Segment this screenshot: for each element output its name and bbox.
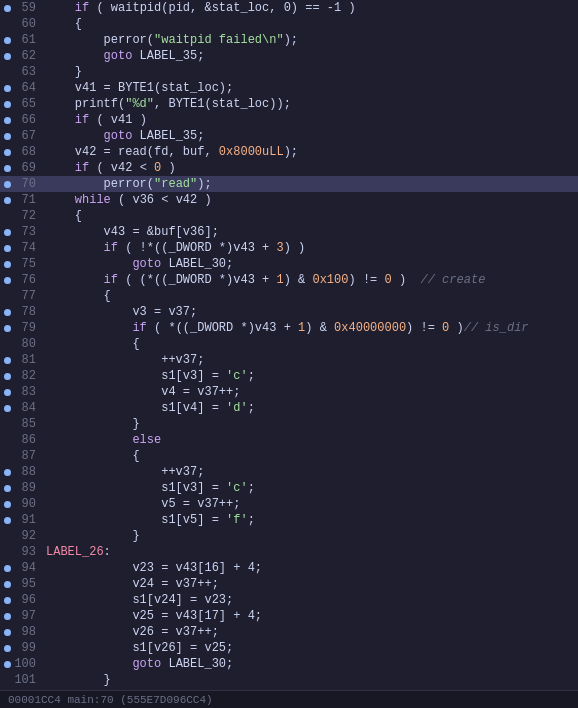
line-content: if ( !*((_DWORD *)v43 + 3) ) bbox=[42, 241, 578, 255]
line-number: 66 bbox=[14, 113, 42, 127]
code-line: 85 } bbox=[0, 416, 578, 432]
token-kw: goto bbox=[104, 49, 133, 63]
line-content: { bbox=[42, 449, 578, 463]
breakpoint-dot[interactable] bbox=[4, 629, 11, 636]
token-plain bbox=[46, 49, 104, 63]
breakpoint-dot[interactable] bbox=[4, 597, 11, 604]
breakpoint-dot[interactable] bbox=[4, 53, 11, 60]
token-kw: if bbox=[132, 321, 146, 335]
token-num: 0 bbox=[377, 689, 384, 690]
line-content: s1[v26] = v25; bbox=[42, 641, 578, 655]
breakpoint-dot[interactable] bbox=[4, 405, 11, 412]
token-plain: v41 = BYTE1(stat_loc); bbox=[46, 81, 233, 95]
token-plain bbox=[46, 433, 132, 447]
token-plain: v43 = &buf[v36]; bbox=[46, 225, 219, 239]
code-line: 89 s1[v3] = 'c'; bbox=[0, 480, 578, 496]
line-indicator bbox=[0, 517, 14, 524]
breakpoint-dot[interactable] bbox=[4, 325, 11, 332]
line-indicator bbox=[0, 597, 14, 604]
token-num: 0x40000000 bbox=[334, 321, 406, 335]
line-number: 65 bbox=[14, 97, 42, 111]
token-plain: ) bbox=[392, 273, 421, 287]
line-content: s1[v24] = v23; bbox=[42, 593, 578, 607]
token-plain: v5 = v37++; bbox=[46, 497, 240, 511]
line-number: 63 bbox=[14, 65, 42, 79]
breakpoint-dot[interactable] bbox=[4, 645, 11, 652]
breakpoint-dot[interactable] bbox=[4, 277, 11, 284]
breakpoint-dot[interactable] bbox=[4, 613, 11, 620]
breakpoint-dot[interactable] bbox=[4, 261, 11, 268]
breakpoint-dot[interactable] bbox=[4, 389, 11, 396]
token-str: "%d" bbox=[125, 97, 154, 111]
line-number: 76 bbox=[14, 273, 42, 287]
token-plain bbox=[46, 129, 104, 143]
code-line: 94 v23 = v43[16] + 4; bbox=[0, 560, 578, 576]
breakpoint-dot[interactable] bbox=[4, 133, 11, 140]
line-indicator bbox=[0, 405, 14, 412]
line-indicator bbox=[0, 309, 14, 316]
line-number: 84 bbox=[14, 401, 42, 415]
breakpoint-dot[interactable] bbox=[4, 357, 11, 364]
line-indicator bbox=[0, 133, 14, 140]
breakpoint-dot[interactable] bbox=[4, 501, 11, 508]
line-number: 77 bbox=[14, 289, 42, 303]
breakpoint-dot[interactable] bbox=[4, 181, 11, 188]
breakpoint-dot[interactable] bbox=[4, 661, 11, 668]
token-plain: } bbox=[46, 673, 111, 687]
breakpoint-dot[interactable] bbox=[4, 517, 11, 524]
code-line: 63 } bbox=[0, 64, 578, 80]
line-indicator bbox=[0, 373, 14, 380]
line-indicator bbox=[0, 181, 14, 188]
token-kw: else bbox=[132, 433, 161, 447]
breakpoint-dot[interactable] bbox=[4, 165, 11, 172]
line-content: while ( v36 < v42 ) bbox=[42, 193, 578, 207]
breakpoint-dot[interactable] bbox=[4, 117, 11, 124]
code-line: 62 goto LABEL_35; bbox=[0, 48, 578, 64]
breakpoint-dot[interactable] bbox=[4, 245, 11, 252]
code-line: 101 } bbox=[0, 672, 578, 688]
line-number: 61 bbox=[14, 33, 42, 47]
breakpoint-dot[interactable] bbox=[4, 581, 11, 588]
breakpoint-dot[interactable] bbox=[4, 5, 11, 12]
breakpoint-dot[interactable] bbox=[4, 37, 11, 44]
token-plain: ) bbox=[385, 689, 414, 690]
breakpoint-dot[interactable] bbox=[4, 197, 11, 204]
line-number: 82 bbox=[14, 369, 42, 383]
breakpoint-dot[interactable] bbox=[4, 149, 11, 156]
breakpoint-dot[interactable] bbox=[4, 85, 11, 92]
token-plain: ; bbox=[248, 513, 255, 527]
line-content: v3 = v37; bbox=[42, 305, 578, 319]
code-line: 78 v3 = v37; bbox=[0, 304, 578, 320]
line-number: 62 bbox=[14, 49, 42, 63]
code-line: 76 if ( (*((_DWORD *)v43 + 1) & 0x100) !… bbox=[0, 272, 578, 288]
line-content: v43 = &buf[v36]; bbox=[42, 225, 578, 239]
token-plain bbox=[46, 193, 75, 207]
breakpoint-dot[interactable] bbox=[4, 309, 11, 316]
breakpoint-dot[interactable] bbox=[4, 469, 11, 476]
breakpoint-dot[interactable] bbox=[4, 485, 11, 492]
code-line: 71 while ( v36 < v42 ) bbox=[0, 192, 578, 208]
line-number: 102 bbox=[14, 689, 42, 690]
token-plain: ) != bbox=[348, 273, 384, 287]
token-plain: LABEL_35; bbox=[132, 49, 204, 63]
line-content: goto LABEL_35; bbox=[42, 49, 578, 63]
token-kw: if bbox=[75, 161, 89, 175]
line-content: { bbox=[42, 289, 578, 303]
line-number: 67 bbox=[14, 129, 42, 143]
line-content: s1[v4] = 'd'; bbox=[42, 401, 578, 415]
line-content: { bbox=[42, 337, 578, 351]
token-plain: } bbox=[46, 529, 140, 543]
breakpoint-dot[interactable] bbox=[4, 229, 11, 236]
token-comment: // delete bbox=[413, 689, 478, 690]
line-content: ++v37; bbox=[42, 353, 578, 367]
code-line: 59 if ( waitpid(pid, &stat_loc, 0) == -1… bbox=[0, 0, 578, 16]
breakpoint-dot[interactable] bbox=[4, 373, 11, 380]
token-kw: goto bbox=[132, 257, 161, 271]
line-content: goto LABEL_30; bbox=[42, 257, 578, 271]
token-plain: , BYTE1(stat_loc)); bbox=[154, 97, 291, 111]
breakpoint-dot[interactable] bbox=[4, 101, 11, 108]
token-kw: if bbox=[75, 1, 89, 15]
token-kw: if bbox=[104, 241, 118, 255]
token-plain: : bbox=[104, 545, 111, 559]
breakpoint-dot[interactable] bbox=[4, 565, 11, 572]
